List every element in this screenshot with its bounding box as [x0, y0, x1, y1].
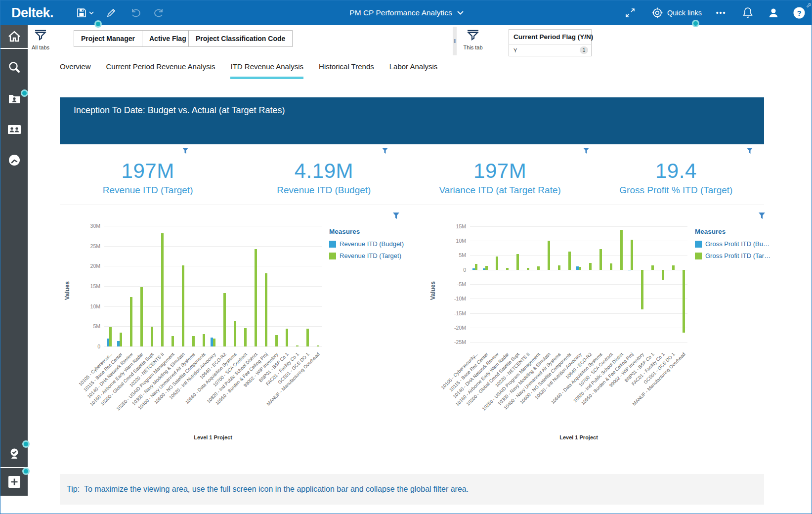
nav-search-button[interactable]	[0, 56, 28, 79]
legend-item-revenue-target[interactable]: Revenue ITD (Target)	[329, 252, 406, 259]
bar-target[interactable]	[213, 339, 215, 346]
y-axis-title: Values	[64, 281, 71, 300]
tour-hint-dot[interactable]	[21, 89, 28, 97]
tab-labor-analysis[interactable]: Labor Analysis	[389, 62, 438, 79]
fullscreen-expand-button[interactable]	[622, 4, 639, 21]
tab-historical-trends[interactable]: Historical Trends	[319, 62, 374, 79]
bar-target[interactable]	[579, 267, 581, 270]
bar-target[interactable]	[286, 329, 288, 346]
target-icon	[651, 7, 663, 19]
help-button[interactable]: ?	[791, 4, 808, 21]
bar-target[interactable]	[589, 263, 592, 269]
tab-overview[interactable]: Overview	[60, 62, 91, 79]
bar-target[interactable]	[527, 268, 529, 270]
bar-target[interactable]	[537, 266, 540, 270]
gridline	[470, 241, 687, 241]
gridline	[470, 226, 687, 227]
tour-hint-dot[interactable]	[692, 20, 699, 27]
bar-target[interactable]	[548, 241, 550, 270]
legend-item-revenue-budget[interactable]: Revenue ITD (Budget)	[329, 240, 406, 248]
nav-resources-button[interactable]	[0, 118, 28, 141]
bar-budget[interactable]	[628, 270, 631, 271]
quick-links-button[interactable]: Quick links	[651, 7, 702, 19]
tour-hint-dot[interactable]	[22, 468, 30, 475]
dashboard-title-menu[interactable]: PM CP Performance Analytics	[349, 8, 463, 17]
y-tick-label: 5M	[81, 323, 100, 329]
bar-target[interactable]	[568, 252, 571, 270]
tab-current-period-revenue-analysis[interactable]: Current Period Revenue Analysis	[106, 62, 215, 79]
undo-button[interactable]	[128, 4, 144, 21]
legend-item-gross-profit-target[interactable]: Gross Profit ITD (Tar…	[695, 252, 771, 259]
kpi-row: 197M Revenue ITD (Target) 4.19M Revenue …	[60, 146, 764, 196]
kpi-filter-funnel-icon[interactable]	[382, 147, 388, 156]
bar-target[interactable]	[234, 321, 236, 346]
bar-target[interactable]	[610, 263, 612, 269]
chart-filter-funnel-icon[interactable]	[392, 212, 400, 221]
bar-target[interactable]	[161, 233, 164, 346]
bar-target[interactable]	[182, 265, 184, 346]
bar-target[interactable]	[599, 249, 602, 270]
filter-project-manager-button[interactable]: Project Manager	[74, 30, 142, 47]
all-tabs-filter-button[interactable]: All tabs	[28, 29, 53, 50]
filter-splitter-handle[interactable]: ‖	[453, 27, 457, 55]
bar-target[interactable]	[631, 240, 633, 269]
gridline	[470, 313, 687, 314]
tour-hint-dot[interactable]	[94, 20, 102, 28]
edit-pencil-button[interactable]	[103, 4, 120, 21]
ellipsis-icon: •••	[716, 9, 727, 17]
section-divider	[60, 205, 764, 205]
nav-time-button[interactable]	[0, 149, 28, 171]
bar-target[interactable]	[672, 265, 675, 269]
bar-target[interactable]	[244, 328, 247, 346]
bar-target[interactable]	[683, 270, 685, 333]
tour-hint-dot[interactable]	[22, 440, 30, 448]
bar-target[interactable]	[192, 336, 195, 346]
save-menu-chevron-icon[interactable]	[87, 4, 96, 21]
bar-target[interactable]	[120, 333, 122, 346]
bar-target[interactable]	[317, 345, 319, 346]
legend-swatch	[329, 253, 336, 259]
bar-target[interactable]	[306, 329, 309, 346]
more-options-button[interactable]: •••	[713, 4, 729, 21]
bar-target[interactable]	[641, 270, 643, 309]
bar-target[interactable]	[485, 266, 488, 270]
filter-active-flag-button[interactable]: Active Flag	[142, 30, 194, 47]
gridline	[470, 284, 687, 285]
bar-target[interactable]	[255, 249, 257, 346]
legend-swatch	[695, 241, 702, 248]
this-tab-filter-button[interactable]: This tab	[460, 29, 486, 50]
bar-target[interactable]	[223, 293, 226, 346]
bar-target[interactable]	[651, 265, 654, 270]
bar-target[interactable]	[203, 334, 205, 346]
bar-target[interactable]	[130, 297, 132, 346]
bar-target[interactable]	[151, 327, 153, 346]
bar-target[interactable]	[275, 335, 278, 346]
user-profile-button[interactable]	[765, 4, 782, 21]
filter-project-classification-button[interactable]: Project Classification Code	[188, 30, 293, 47]
bar-target[interactable]	[496, 257, 498, 270]
tab-itd-revenue-analysis[interactable]: ITD Revenue Analysis	[230, 62, 303, 79]
page-title: PM CP Performance Analytics	[349, 8, 452, 17]
kpi-filter-funnel-icon[interactable]	[746, 147, 753, 156]
current-period-flag-filter[interactable]: Current Period Flag (Y/N) Y 1	[509, 29, 592, 56]
gridline	[104, 346, 322, 347]
bar-target[interactable]	[620, 230, 623, 270]
bar-target[interactable]	[140, 287, 143, 346]
chart-filter-funnel-icon[interactable]	[758, 212, 766, 221]
bar-target[interactable]	[475, 264, 477, 270]
bar-target[interactable]	[296, 345, 299, 346]
legend-swatch	[695, 253, 702, 259]
bar-target[interactable]	[265, 273, 267, 346]
deltek-logo: Deltek.	[11, 5, 53, 21]
bar-target[interactable]	[558, 265, 560, 269]
bar-target[interactable]	[109, 327, 112, 346]
bar-target[interactable]	[506, 268, 509, 270]
legend-item-gross-profit-budget[interactable]: Gross Profit ITD (Bu…	[695, 240, 771, 248]
nav-home-button[interactable]	[0, 25, 28, 49]
notifications-bell-button[interactable]	[739, 4, 756, 21]
kpi-filter-funnel-icon[interactable]	[182, 147, 189, 156]
redo-button[interactable]	[150, 4, 167, 21]
bar-target[interactable]	[171, 336, 174, 346]
bar-target[interactable]	[662, 270, 664, 280]
bar-target[interactable]	[516, 254, 519, 270]
